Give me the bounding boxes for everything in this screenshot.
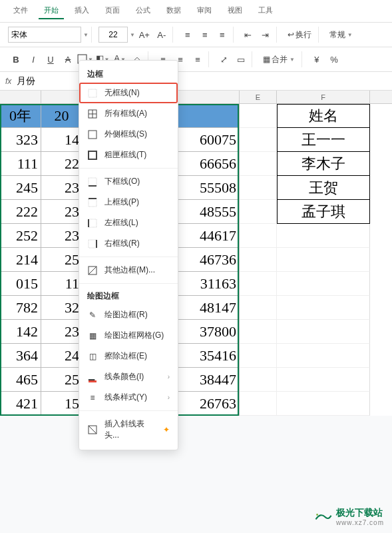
- cell[interactable]: [277, 248, 370, 272]
- percent-button[interactable]: %: [326, 51, 342, 67]
- tab-insert[interactable]: 插入: [69, 3, 95, 19]
- cell[interactable]: 465: [0, 368, 41, 392]
- cell[interactable]: 421: [0, 392, 41, 416]
- cell[interactable]: [240, 368, 277, 392]
- cell[interactable]: 25: [41, 248, 83, 272]
- tab-file[interactable]: 文件: [8, 3, 33, 19]
- menu-item-right-border[interactable]: 右框线(R): [79, 233, 178, 254]
- bold-button[interactable]: B: [8, 51, 24, 67]
- cell[interactable]: 23: [41, 320, 83, 344]
- decrease-font-button[interactable]: A-: [154, 27, 170, 43]
- menu-item-bottom-border[interactable]: 下框线(O): [79, 171, 178, 192]
- align-bottom-button[interactable]: ≡: [214, 27, 230, 43]
- cell[interactable]: 32: [41, 296, 83, 320]
- cell[interactable]: 22: [41, 152, 83, 176]
- cell[interactable]: [240, 392, 277, 416]
- cell[interactable]: [240, 272, 277, 296]
- cell[interactable]: [277, 368, 370, 392]
- font-size-select[interactable]: [98, 27, 128, 43]
- merge-across-button[interactable]: ▭: [233, 51, 249, 67]
- cell[interactable]: 214: [0, 248, 41, 272]
- font-name-select[interactable]: [8, 27, 81, 43]
- menu-item-diagonal-header[interactable]: 插入斜线表头...✦: [79, 414, 178, 446]
- cell[interactable]: [240, 104, 277, 128]
- menu-item-line-color[interactable]: ▁线条颜色(I)›: [79, 366, 178, 387]
- cell[interactable]: 245: [0, 176, 41, 200]
- wrap-text-button[interactable]: ↩换行: [284, 27, 315, 43]
- col-header-e[interactable]: E: [240, 91, 277, 103]
- cell[interactable]: [277, 296, 370, 320]
- tab-page[interactable]: 页面: [100, 3, 125, 19]
- cell[interactable]: 王贺: [277, 176, 370, 200]
- cell[interactable]: [277, 392, 370, 416]
- menu-item-top-border[interactable]: 上框线(P): [79, 192, 178, 213]
- cell[interactable]: [240, 344, 277, 368]
- chevron-down-icon[interactable]: ▼: [83, 32, 89, 38]
- italic-button[interactable]: I: [25, 51, 41, 67]
- col-header-f[interactable]: F: [277, 91, 370, 103]
- menu-item-draw-grid[interactable]: ▦绘图边框网格(G): [79, 325, 178, 346]
- orientation-button[interactable]: ⤢: [216, 51, 232, 67]
- cell[interactable]: [277, 224, 370, 248]
- align-right-button[interactable]: ≡: [190, 51, 206, 67]
- fx-icon[interactable]: fx: [5, 77, 11, 86]
- underline-button[interactable]: U: [43, 51, 59, 67]
- cell[interactable]: 23: [41, 200, 83, 224]
- menu-item-thick-box[interactable]: 粗匣框线(T): [79, 145, 178, 165]
- menu-item-no-border[interactable]: 无框线(N): [79, 83, 178, 103]
- spreadsheet-grid[interactable]: E F 0年 20 姓名 3231460075王一一 1112266656李木子…: [0, 91, 392, 416]
- cell[interactable]: 782: [0, 296, 41, 320]
- cell[interactable]: [240, 152, 277, 176]
- cell[interactable]: 15: [41, 392, 83, 416]
- cell[interactable]: [240, 176, 277, 200]
- cell[interactable]: [240, 128, 277, 152]
- increase-indent-button[interactable]: ⇥: [258, 27, 274, 43]
- menu-item-line-style[interactable]: ≡线条样式(Y)›: [79, 387, 178, 408]
- cell[interactable]: 姓名: [277, 104, 370, 128]
- cell[interactable]: 142: [0, 320, 41, 344]
- cell[interactable]: [240, 224, 277, 248]
- cell[interactable]: [277, 320, 370, 344]
- cell[interactable]: 11: [41, 272, 83, 296]
- cell[interactable]: 孟子琪: [277, 200, 370, 224]
- tab-tools[interactable]: 工具: [253, 3, 278, 19]
- cell[interactable]: [277, 344, 370, 368]
- cell[interactable]: 222: [0, 200, 41, 224]
- decrease-indent-button[interactable]: ⇤: [240, 27, 256, 43]
- cell[interactable]: 23: [41, 224, 83, 248]
- cell[interactable]: [240, 296, 277, 320]
- align-middle-button[interactable]: ≡: [197, 27, 213, 43]
- menu-item-left-border[interactable]: 左框线(L): [79, 213, 178, 233]
- cell[interactable]: 王一一: [277, 128, 370, 152]
- cell[interactable]: 015: [0, 272, 41, 296]
- menu-item-more-borders[interactable]: 其他边框(M)...: [79, 260, 178, 280]
- cell[interactable]: 364: [0, 344, 41, 368]
- cell[interactable]: 25: [41, 368, 83, 392]
- cell[interactable]: 111: [0, 152, 41, 176]
- tab-data[interactable]: 数据: [161, 3, 186, 19]
- increase-font-button[interactable]: A+: [136, 27, 152, 43]
- menu-item-erase-border[interactable]: ◫擦除边框(E): [79, 346, 178, 366]
- cell[interactable]: 20: [41, 104, 83, 128]
- chevron-down-icon[interactable]: ▼: [130, 32, 135, 38]
- tab-home[interactable]: 开始: [39, 3, 64, 19]
- cell[interactable]: [277, 272, 370, 296]
- align-top-button[interactable]: ≡: [180, 27, 196, 43]
- cell[interactable]: 23: [41, 176, 83, 200]
- cell[interactable]: [240, 248, 277, 272]
- menu-item-outside-borders[interactable]: 外侧框线(S): [79, 124, 178, 145]
- currency-button[interactable]: ¥: [309, 51, 325, 67]
- cell[interactable]: [240, 320, 277, 344]
- cell[interactable]: 24: [41, 344, 83, 368]
- cell[interactable]: 252: [0, 224, 41, 248]
- menu-item-all-borders[interactable]: 所有框线(A): [79, 103, 178, 124]
- cell[interactable]: 323: [0, 128, 41, 152]
- tab-view[interactable]: 视图: [222, 3, 248, 19]
- number-format-select[interactable]: 常规▼: [325, 27, 357, 43]
- cell[interactable]: 14: [41, 128, 83, 152]
- merge-cells-button[interactable]: ▦合并▼: [259, 51, 299, 67]
- tab-formula[interactable]: 公式: [130, 3, 156, 19]
- tab-review[interactable]: 审阅: [192, 3, 217, 19]
- cell[interactable]: 李木子: [277, 152, 370, 176]
- cell[interactable]: [240, 200, 277, 224]
